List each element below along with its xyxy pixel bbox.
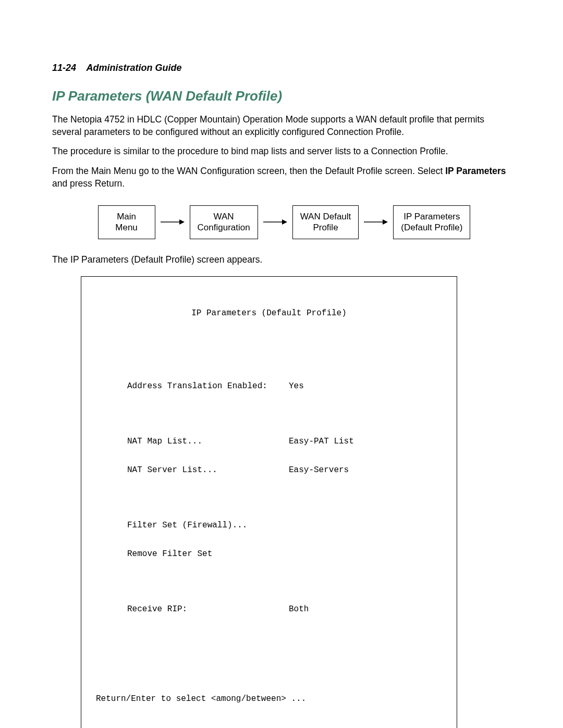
paragraph-1: The Netopia 4752 in HDLC (Copper Mountai… [52, 114, 516, 138]
section-title: IP Parameters (WAN Default Profile) [52, 88, 516, 104]
terminal-label: NAT Server List... [127, 465, 289, 475]
svg-marker-1 [179, 219, 185, 225]
terminal-row: Filter Set (Firewall)... [127, 521, 447, 530]
paragraph-3-pre: From the Main Menu go to the WAN Configu… [52, 166, 445, 176]
terminal-value: Yes [289, 381, 304, 391]
terminal-row: NAT Server List...Easy-Servers [127, 465, 447, 475]
svg-marker-5 [383, 219, 388, 225]
terminal-value: Both [289, 604, 309, 614]
flow-box-wan-default-profile: WAN Default Profile [292, 205, 359, 239]
terminal-label: Receive RIP: [127, 604, 289, 614]
page-number: 11-24 [52, 63, 76, 73]
terminal-row: Remove Filter Set [127, 549, 447, 559]
terminal-screen: IP Parameters (Default Profile) Address … [81, 276, 457, 728]
paragraph-3-post: and press Return. [52, 178, 125, 189]
document-page: 11-24 Administration Guide IP Parameters… [0, 0, 563, 728]
arrow-icon [161, 218, 185, 226]
terminal-title: IP Parameters (Default Profile) [91, 309, 447, 318]
flow-box-main-menu: Main Menu [98, 205, 155, 239]
terminal-footer: Return/Enter to select <among/between> .… [96, 694, 447, 704]
flow-box-wan-config: WAN Configuration [190, 205, 258, 239]
terminal-value: Easy-Servers [289, 465, 349, 475]
terminal-row: Address Translation Enabled:Yes [127, 381, 447, 391]
terminal-row: NAT Map List...Easy-PAT List [127, 437, 447, 446]
terminal-label: Filter Set (Firewall)... [127, 521, 289, 530]
terminal-row: Receive RIP:Both [127, 604, 447, 614]
terminal-value: Easy-PAT List [289, 437, 354, 446]
arrow-icon [263, 218, 287, 226]
flow-box-ip-parameters: IP Parameters (Default Profile) [393, 205, 470, 239]
paragraph-4: The IP Parameters (Default Profile) scre… [52, 254, 516, 266]
page-header: 11-24 Administration Guide [52, 63, 516, 73]
arrow-icon [364, 218, 388, 226]
paragraph-3-bold: IP Parameters [445, 166, 506, 176]
terminal-label: Address Translation Enabled: [127, 381, 289, 391]
paragraph-2: The procedure is similar to the procedur… [52, 145, 516, 158]
terminal-label: Remove Filter Set [127, 549, 289, 559]
terminal-label: NAT Map List... [127, 437, 289, 446]
paragraph-3: From the Main Menu go to the WAN Configu… [52, 165, 516, 190]
doc-title: Administration Guide [86, 63, 181, 73]
flow-diagram: Main Menu WAN Configuration WAN Default … [52, 205, 516, 239]
terminal-body: Address Translation Enabled:Yes NAT Map … [127, 362, 447, 633]
svg-marker-3 [282, 219, 287, 225]
